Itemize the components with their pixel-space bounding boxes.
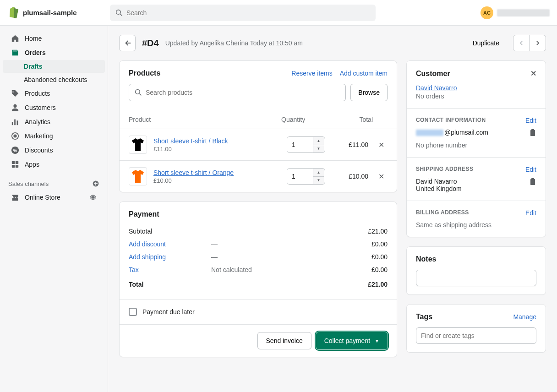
nav-discounts[interactable]: % Discounts: [3, 143, 105, 157]
product-table-header: Product Quantity Total: [120, 109, 397, 129]
view-store-icon[interactable]: [89, 194, 97, 201]
target-icon: [11, 132, 19, 140]
tax-link[interactable]: Tax: [129, 266, 211, 273]
quantity-input[interactable]: ▲ ▼: [287, 136, 325, 153]
send-invoice-button[interactable]: Send invoice: [257, 332, 311, 349]
browse-button[interactable]: Browse: [350, 84, 388, 101]
pager-next[interactable]: [530, 35, 546, 51]
page-title: #D4: [142, 38, 159, 49]
add-shipping-link[interactable]: Add shipping: [129, 253, 211, 261]
global-search-input[interactable]: [126, 9, 370, 16]
nav-home[interactable]: Home: [3, 32, 105, 45]
add-channel-icon[interactable]: [92, 180, 99, 187]
nav-label: Products: [25, 90, 50, 97]
svg-rect-21: [531, 129, 534, 131]
top-bar: plumsail-sample AC: [0, 0, 557, 26]
remove-product-button[interactable]: ✕: [375, 141, 388, 149]
qty-down[interactable]: ▼: [313, 177, 324, 185]
back-button[interactable]: [119, 35, 136, 51]
row-total: £10.00: [332, 173, 368, 180]
nav-orders[interactable]: Orders: [3, 46, 105, 60]
svg-rect-10: [12, 161, 15, 164]
notes-title: Notes: [416, 255, 536, 263]
product-price: £10.00: [153, 177, 280, 184]
edit-shipping-link[interactable]: Edit: [525, 166, 536, 173]
search-products[interactable]: [129, 84, 346, 101]
logo-area: plumsail-sample: [7, 6, 110, 19]
qty-up[interactable]: ▲: [313, 169, 324, 177]
store-icon: [11, 193, 19, 201]
svg-rect-16: [94, 183, 98, 184]
customer-title: Customer: [416, 70, 450, 78]
edit-contact-link[interactable]: Edit: [525, 117, 536, 124]
products-title: Products: [129, 69, 160, 77]
customer-name-link[interactable]: David Navarro: [416, 84, 536, 92]
search-products-input[interactable]: [146, 89, 340, 96]
pager: [513, 35, 546, 51]
global-search[interactable]: [110, 5, 376, 21]
search-icon: [135, 89, 142, 96]
payment-title: Payment: [129, 210, 388, 218]
customer-email: @plumsail.com: [416, 129, 488, 136]
nav-products[interactable]: Products: [3, 87, 105, 100]
page-header: #D4 Updated by Angelika Cherina Today at…: [119, 35, 546, 51]
nav-drafts[interactable]: Drafts: [3, 60, 105, 73]
analytics-icon: [11, 118, 19, 126]
svg-text:%: %: [13, 148, 17, 153]
nav-apps[interactable]: Apps: [3, 158, 105, 171]
clipboard-icon[interactable]: [529, 178, 536, 186]
notes-card: Notes: [406, 246, 546, 295]
svg-rect-20: [530, 130, 535, 136]
shopify-logo-icon: [7, 6, 18, 19]
quantity-input[interactable]: ▲ ▼: [287, 168, 325, 185]
nav-customers[interactable]: Customers: [3, 101, 105, 114]
nav-label: Orders: [25, 49, 46, 56]
nav-marketing[interactable]: Marketing: [3, 129, 105, 143]
nav-abandoned-checkouts[interactable]: Abandoned checkouts: [3, 73, 105, 86]
products-card: Products Reserve items Add custom item B…: [119, 60, 397, 192]
payment-due-later-checkbox[interactable]: [129, 308, 137, 316]
page-content: #D4 Updated by Angelika Cherina Today at…: [108, 26, 557, 366]
add-discount-link[interactable]: Add discount: [129, 240, 211, 248]
add-custom-item-link[interactable]: Add custom item: [340, 70, 388, 77]
remove-customer-icon[interactable]: ✕: [530, 69, 536, 78]
page-subtitle: Updated by Angelika Cherina Today at 10:…: [165, 39, 303, 47]
svg-rect-13: [16, 165, 18, 168]
home-icon: [11, 34, 19, 43]
edit-billing-link[interactable]: Edit: [525, 209, 536, 217]
billing-same: Same as shipping address: [416, 221, 536, 229]
qty-down[interactable]: ▼: [313, 145, 324, 153]
collect-payment-button[interactable]: Collect payment ▼: [316, 332, 388, 349]
notes-input[interactable]: [416, 270, 536, 286]
user-name: [497, 9, 550, 16]
quantity-field[interactable]: [287, 137, 313, 152]
nav-analytics[interactable]: Analytics: [3, 115, 105, 129]
remove-product-button[interactable]: ✕: [375, 172, 388, 181]
row-total: £11.00: [332, 141, 368, 148]
nav-label: Online Store: [25, 194, 60, 201]
discount-icon: %: [11, 146, 19, 154]
payment-due-later-label: Payment due later: [142, 308, 195, 316]
svg-point-2: [13, 104, 16, 108]
pager-prev[interactable]: [513, 35, 530, 51]
quantity-field[interactable]: [287, 169, 313, 184]
qty-up[interactable]: ▲: [313, 137, 324, 145]
product-title-link[interactable]: Short sleeve t-shirt / Black: [153, 137, 280, 145]
billing-address-label: BILLING ADDRESS: [416, 209, 469, 216]
nav-online-store[interactable]: Online Store: [3, 191, 105, 204]
product-row: Short sleeve t-shirt / Black £11.00 ▲ ▼ …: [120, 129, 397, 160]
reserve-items-link[interactable]: Reserve items: [291, 70, 332, 77]
product-title-link[interactable]: Short sleeve t-shirt / Orange: [153, 169, 280, 176]
nav-label: Analytics: [25, 118, 50, 125]
tags-input[interactable]: [416, 327, 536, 344]
payment-card: Payment Subtotal £21.00 Add discount — £…: [119, 201, 397, 357]
user-menu[interactable]: AC: [481, 6, 550, 19]
svg-point-18: [136, 90, 140, 94]
customer-card: Customer ✕ David Navarro No orders CONTA…: [406, 60, 546, 237]
duplicate-button[interactable]: Duplicate: [471, 36, 501, 50]
manage-tags-link[interactable]: Manage: [513, 313, 536, 321]
clipboard-icon[interactable]: [529, 129, 536, 137]
svg-rect-5: [17, 120, 18, 125]
customer-order-count: No orders: [416, 93, 536, 100]
sidebar: Home Orders Drafts Abandoned checkouts P…: [0, 26, 108, 366]
